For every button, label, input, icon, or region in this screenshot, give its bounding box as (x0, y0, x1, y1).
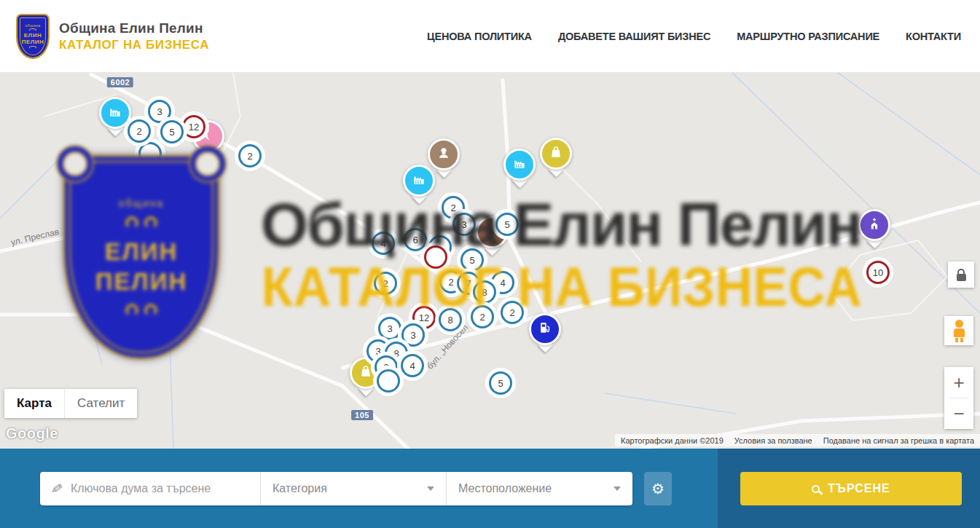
brand[interactable]: община ЕЛИН ПЕЛИН Община Елин Пелин КАТА… (16, 14, 209, 59)
search-icon (812, 485, 820, 493)
crest-top-text: община (25, 23, 40, 28)
cluster-marker[interactable]: 3 (148, 100, 171, 123)
header: община ЕЛИН ПЕЛИН Община Елин Пелин КАТА… (0, 0, 980, 73)
fuel-icon (538, 320, 552, 338)
chevron-down-icon (614, 486, 621, 491)
chevron-down-icon (427, 486, 434, 491)
keyword-input[interactable] (71, 482, 238, 495)
street-view-pegman-button[interactable] (944, 316, 973, 345)
watermark-title: Община Елин Пелин (240, 189, 882, 260)
cluster-marker[interactable]: 2 (128, 119, 151, 143)
bag-icon (549, 145, 563, 162)
gear-icon: ⚙ (651, 481, 665, 497)
site-subtitle: КАТАЛОГ НА БИЗНЕСА (59, 38, 209, 52)
bag-icon (358, 364, 373, 382)
nav-route-schedule[interactable]: МАРШРУТНО РАЗПИСАНИЕ (737, 31, 879, 42)
report-map-error-link[interactable]: Подаване на сигнал за грешка в картата (823, 436, 974, 445)
google-map[interactable]: ул. Преславбул. „Новоселщи" 6002105 3212… (0, 73, 980, 449)
keyword-field[interactable]: ✎ (40, 472, 260, 505)
cluster-marker[interactable] (377, 369, 400, 393)
map-type-map-button[interactable]: Карта (4, 389, 64, 418)
main-nav: ЦЕНОВА ПОЛИТИКА ДОБАВЕТЕ ВАШИЯТ БИЗНЕС М… (427, 31, 961, 42)
map-type-satellite-button[interactable]: Сателит (64, 389, 137, 418)
crest-name-text: ЕЛИН ПЕЛИН (22, 32, 44, 45)
lock-button[interactable] (948, 261, 974, 288)
factory-icon (108, 104, 122, 122)
cluster-marker[interactable]: 3 (401, 323, 425, 347)
map-data-copyright: Картографски данни ©2019 (621, 436, 724, 445)
pencil-icon: ✎ (50, 480, 63, 498)
factory-pin[interactable] (99, 97, 131, 129)
search-fields-group: ✎ Категория Местоположение (40, 472, 632, 505)
site-title: Община Елин Пелин (59, 20, 209, 36)
crest-ornament (125, 304, 157, 317)
factory-icon (512, 156, 527, 173)
cluster-marker[interactable]: 5 (160, 120, 184, 143)
road-number-badge: 6002 (107, 77, 133, 87)
category-dropdown[interactable]: Категория (260, 472, 446, 505)
search-button[interactable]: ТЪРСЕНЕ (740, 472, 962, 505)
bag-pin[interactable] (540, 138, 572, 170)
crest-ornament (29, 28, 36, 31)
search-bar: ✎ Категория Местоположение ⚙ ТЪРСЕНЕ (0, 449, 980, 528)
location-dropdown[interactable]: Местоположение (446, 472, 632, 505)
map-attribution: Картографски данни ©2019 Условия за полз… (615, 434, 980, 446)
cluster-marker[interactable]: 3 (378, 317, 401, 340)
factory-pin[interactable] (503, 149, 536, 181)
nav-add-your-business[interactable]: ДОБАВЕТЕ ВАШИЯТ БИЗНЕС (558, 31, 710, 42)
zoom-in-button[interactable]: + (944, 367, 973, 398)
cluster-marker[interactable]: 2 (238, 144, 262, 168)
worker-icon (436, 146, 451, 163)
cluster-marker[interactable]: 5 (489, 371, 512, 395)
cluster-marker[interactable]: 12 (182, 115, 205, 138)
map-type-control: Карта Сателит (4, 389, 137, 418)
factory-icon (412, 172, 426, 189)
pegman-icon (955, 320, 963, 328)
municipality-crest-logo: община ЕЛИН ПЕЛИН (16, 14, 50, 59)
google-logo[interactable]: Google (6, 425, 58, 442)
watermark-subtitle: КАТАЛОГ НА БИЗНЕСА (244, 256, 879, 319)
crest-ornament (29, 46, 36, 49)
watermark-crest: община ЕЛИН ПЕЛИН (63, 154, 220, 360)
advanced-settings-button[interactable]: ⚙ (644, 472, 672, 505)
location-label: Местоположение (458, 482, 552, 495)
nav-pricing-policy[interactable]: ЦЕНОВА ПОЛИТИКА (427, 31, 532, 42)
category-label: Категория (273, 482, 327, 495)
crest-ornament (125, 216, 157, 229)
nav-contacts[interactable]: КОНТАКТИ (906, 31, 961, 42)
terms-of-use-link[interactable]: Условия за ползване (734, 436, 812, 445)
road-number-badge: 105 (351, 410, 373, 420)
cluster-marker[interactable]: 4 (401, 354, 424, 377)
zoom-out-button[interactable]: − (944, 398, 973, 429)
zoom-control: + − (944, 367, 973, 429)
search-button-label: ТЪРСЕНЕ (828, 482, 890, 495)
